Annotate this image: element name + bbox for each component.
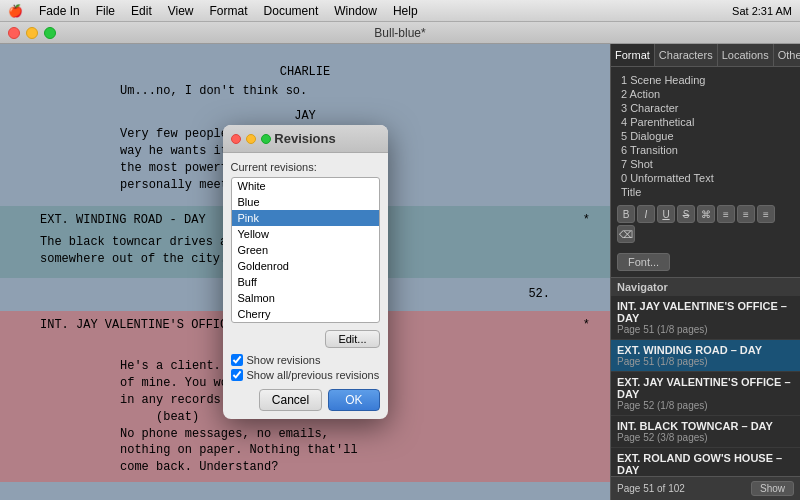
clock: Sat 2:31 AM (732, 5, 792, 17)
style-shot[interactable]: 7 Shot (617, 157, 794, 171)
style-unformatted[interactable]: 0 Unformatted Text (617, 171, 794, 185)
menu-format[interactable]: Format (210, 4, 248, 18)
revision-white[interactable]: White (232, 178, 379, 194)
menu-help[interactable]: Help (393, 4, 418, 18)
tab-other[interactable]: Other (774, 44, 800, 66)
nav-item-page-1: Page 51 (1/8 pages) (617, 356, 794, 367)
script-area[interactable]: CHARLIE Um...no, I don't think so. JAY V… (0, 44, 610, 500)
revision-salmon[interactable]: Salmon (232, 290, 379, 306)
tab-format[interactable]: Format (611, 44, 655, 66)
modal-maximize[interactable] (261, 134, 271, 144)
format-buttons: B I U S ⌘ ≡ ≡ ≡ ⌫ (617, 205, 794, 243)
nav-items: INT. JAY VALENTINE'S OFFICE – DAY Page 5… (611, 296, 800, 476)
menubar: 🍎 Fade In File Edit View Format Document… (0, 0, 800, 22)
modal-overlay: Revisions Current revisions: White Blue … (0, 44, 610, 500)
modal-title: Revisions (274, 131, 335, 146)
bold-button[interactable]: B (617, 205, 635, 223)
nav-item-2[interactable]: EXT. JAY VALENTINE'S OFFICE – DAY Page 5… (611, 372, 800, 416)
nav-footer: Page 51 of 102 Show (611, 476, 800, 500)
style-list: 1 Scene Heading 2 Action 3 Character 4 P… (617, 73, 794, 199)
modal-titlebar: Revisions (223, 125, 388, 153)
nav-item-title-2: EXT. JAY VALENTINE'S OFFICE – DAY (617, 376, 794, 400)
strikethrough-button[interactable]: S (677, 205, 695, 223)
window-controls (8, 27, 56, 39)
style-title[interactable]: Title (617, 185, 794, 199)
menu-view[interactable]: View (168, 4, 194, 18)
main-area: CHARLIE Um...no, I don't think so. JAY V… (0, 44, 800, 500)
format-tabs: Format Characters Locations Other (611, 44, 800, 67)
revision-buff[interactable]: Buff (232, 274, 379, 290)
cancel-button[interactable]: Cancel (259, 389, 322, 411)
tab-characters[interactable]: Characters (655, 44, 718, 66)
format-panel-content: 1 Scene Heading 2 Action 3 Character 4 P… (611, 67, 800, 277)
nav-item-4[interactable]: EXT. ROLAND GOW'S HOUSE – DAY Page 52 (3… (611, 448, 800, 476)
edit-btn-container: Edit... (231, 329, 380, 348)
maximize-button[interactable] (44, 27, 56, 39)
revision-goldenrod[interactable]: Goldenrod (232, 258, 379, 274)
menu-edit[interactable]: Edit (131, 4, 152, 18)
titlebar: Bull-blue* (0, 22, 800, 44)
revision-green[interactable]: Green (232, 242, 379, 258)
menu-file[interactable]: File (96, 4, 115, 18)
align-center-button[interactable]: ≡ (737, 205, 755, 223)
modal-body: Current revisions: White Blue Pink Yello… (223, 153, 388, 419)
show-all-checkbox[interactable] (231, 369, 243, 381)
nav-item-title-4: EXT. ROLAND GOW'S HOUSE – DAY (617, 452, 794, 476)
nav-item-3[interactable]: INT. BLACK TOWNCAR – DAY Page 52 (3/8 pa… (611, 416, 800, 448)
show-all-row: Show all/previous revisions (231, 369, 380, 381)
style-character[interactable]: 3 Character (617, 101, 794, 115)
underline-button[interactable]: U (657, 205, 675, 223)
ok-button[interactable]: OK (328, 389, 379, 411)
revision-yellow[interactable]: Yellow (232, 226, 379, 242)
italic-button[interactable]: I (637, 205, 655, 223)
navigator-section: Navigator INT. JAY VALENTINE'S OFFICE – … (611, 277, 800, 500)
menu-window[interactable]: Window (334, 4, 377, 18)
style-parenthetical[interactable]: 4 Parenthetical (617, 115, 794, 129)
nav-item-page-3: Page 52 (3/8 pages) (617, 432, 794, 443)
align-right-button[interactable]: ≡ (757, 205, 775, 223)
nav-item-title-0: INT. JAY VALENTINE'S OFFICE – DAY (617, 300, 794, 324)
minimize-button[interactable] (26, 27, 38, 39)
style-scene-heading[interactable]: 1 Scene Heading (617, 73, 794, 87)
modal-buttons: Cancel OK (231, 389, 380, 411)
clear-button[interactable]: ⌫ (617, 225, 635, 243)
apple-logo: 🍎 (8, 4, 23, 18)
font-button[interactable]: Font... (617, 253, 670, 271)
page-info: Page 51 of 102 (617, 483, 685, 494)
nav-item-page-2: Page 52 (1/8 pages) (617, 400, 794, 411)
nav-item-title-1: EXT. WINDING ROAD – DAY (617, 344, 794, 356)
show-revisions-checkbox[interactable] (231, 354, 243, 366)
align-left-button[interactable]: ≡ (717, 205, 735, 223)
nav-item-1[interactable]: EXT. WINDING ROAD – DAY Page 51 (1/8 pag… (611, 340, 800, 372)
close-button[interactable] (8, 27, 20, 39)
show-revisions-row: Show revisions (231, 354, 380, 366)
menu-document[interactable]: Document (264, 4, 319, 18)
show-revisions-label: Show revisions (247, 354, 321, 366)
nav-item-0[interactable]: INT. JAY VALENTINE'S OFFICE – DAY Page 5… (611, 296, 800, 340)
tab-locations[interactable]: Locations (718, 44, 774, 66)
modal-close[interactable] (231, 134, 241, 144)
current-revisions-label: Current revisions: (231, 161, 380, 173)
edit-button[interactable]: Edit... (325, 330, 379, 348)
style-action[interactable]: 2 Action (617, 87, 794, 101)
navigator-header: Navigator (611, 278, 800, 296)
revision-list[interactable]: White Blue Pink Yellow Green Goldenrod B… (231, 177, 380, 323)
format-btn5[interactable]: ⌘ (697, 205, 715, 223)
modal-minimize[interactable] (246, 134, 256, 144)
show-button[interactable]: Show (751, 481, 794, 496)
show-all-label: Show all/previous revisions (247, 369, 380, 381)
modal-window-controls (231, 134, 271, 144)
nav-item-page-0: Page 51 (1/8 pages) (617, 324, 794, 335)
right-panel: Format Characters Locations Other 1 Scen… (610, 44, 800, 500)
revisions-dialog: Revisions Current revisions: White Blue … (223, 125, 388, 419)
revision-cherry[interactable]: Cherry (232, 306, 379, 322)
revision-blue[interactable]: Blue (232, 194, 379, 210)
style-dialogue[interactable]: 5 Dialogue (617, 129, 794, 143)
nav-item-title-3: INT. BLACK TOWNCAR – DAY (617, 420, 794, 432)
revision-pink[interactable]: Pink (232, 210, 379, 226)
style-transition[interactable]: 6 Transition (617, 143, 794, 157)
document-title: Bull-blue* (374, 26, 425, 40)
menu-fade-in[interactable]: Fade In (39, 4, 80, 18)
